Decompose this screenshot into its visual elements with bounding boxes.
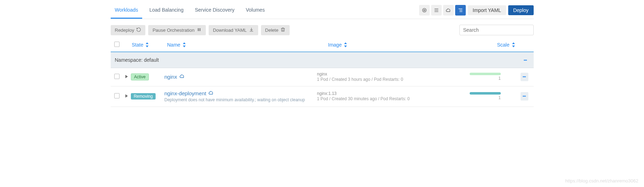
sort-icon	[512, 42, 515, 47]
svg-point-1	[424, 10, 425, 11]
image-meta: 1 Pod / Created 30 minutes ago / Pod Res…	[317, 96, 470, 101]
table-row: Active nginx nginx 1 Pod / Created 3 hou…	[111, 68, 534, 86]
tab-service-discovery[interactable]: Service Discovery	[191, 4, 239, 19]
undo-icon	[136, 27, 141, 33]
status-badge: Removing	[131, 93, 156, 99]
namespace-group-row: Namespace: default	[111, 52, 534, 68]
redeploy-icon[interactable]	[208, 90, 214, 97]
tab-volumes[interactable]: Volumes	[242, 4, 269, 19]
svg-marker-13	[183, 46, 186, 47]
redeploy-button[interactable]: Redeploy	[111, 25, 146, 35]
row-menu-button[interactable]	[521, 92, 528, 101]
scale-count: 1	[498, 95, 501, 100]
group-menu-button[interactable]	[522, 56, 529, 64]
row-menu-button[interactable]	[521, 73, 528, 81]
view-grid-icon[interactable]	[419, 5, 430, 16]
svg-marker-12	[183, 42, 186, 44]
svg-marker-14	[344, 42, 347, 44]
svg-marker-15	[344, 46, 347, 47]
download-label: Download YAML	[213, 28, 247, 33]
import-yaml-button[interactable]: Import YAML	[468, 5, 506, 15]
header-state[interactable]: State	[132, 42, 149, 48]
redeploy-label: Redeploy	[115, 28, 134, 33]
header-scale[interactable]: Scale	[497, 42, 515, 48]
table-header: State Name Image Scale	[111, 39, 534, 52]
svg-marker-19	[126, 94, 128, 97]
pause-orchestration-button[interactable]: Pause Orchestration	[148, 25, 206, 35]
svg-rect-9	[199, 28, 200, 31]
svg-marker-16	[512, 42, 515, 44]
row-checkbox[interactable]	[114, 93, 120, 98]
view-cloud-icon[interactable]	[443, 5, 454, 16]
namespace-label: Namespace: default	[115, 57, 159, 63]
select-all-checkbox[interactable]	[114, 42, 120, 47]
image-name: nginx	[317, 72, 470, 77]
deploy-button[interactable]: Deploy	[508, 5, 534, 15]
workload-name-link[interactable]: nginx-deployment	[164, 90, 214, 97]
image-name: nginx:1.13	[317, 91, 470, 96]
delete-label: Delete	[265, 28, 279, 33]
table-row: Removing nginx-deployment Deployment doe…	[111, 86, 534, 107]
svg-marker-17	[512, 46, 515, 47]
trash-icon	[280, 27, 285, 33]
image-meta: 1 Pod / Created 3 hours ago / Pod Restar…	[317, 77, 470, 82]
svg-marker-18	[126, 75, 128, 78]
sort-icon	[145, 42, 149, 47]
download-yaml-button[interactable]: Download YAML	[209, 25, 258, 35]
svg-point-0	[422, 8, 426, 12]
expand-icon[interactable]	[124, 94, 129, 98]
download-icon	[249, 27, 254, 33]
header-name[interactable]: Name	[167, 42, 186, 48]
main-tabs: Workloads Load Balancing Service Discove…	[111, 4, 269, 19]
sort-icon	[182, 42, 186, 47]
view-list-icon[interactable]	[431, 5, 442, 16]
redeploy-icon[interactable]	[179, 73, 185, 80]
scale-bar	[470, 73, 501, 75]
view-mode-group	[419, 5, 466, 16]
view-group-icon[interactable]	[455, 5, 466, 16]
scale-count: 1	[498, 76, 501, 81]
search-input[interactable]	[459, 25, 534, 35]
delete-button[interactable]: Delete	[261, 25, 290, 35]
svg-marker-11	[146, 46, 149, 47]
scale-bar	[470, 92, 501, 95]
pause-icon	[197, 27, 202, 33]
header-image[interactable]: Image	[328, 42, 348, 48]
svg-marker-10	[146, 42, 149, 44]
sort-icon	[344, 42, 347, 47]
tab-workloads[interactable]: Workloads	[111, 4, 143, 19]
workload-name-link[interactable]: nginx	[164, 73, 185, 80]
tab-load-balancing[interactable]: Load Balancing	[145, 4, 188, 19]
pause-label: Pause Orchestration	[152, 28, 195, 33]
expand-icon[interactable]	[124, 74, 129, 79]
workload-substatus: Deployment does not have minimum availab…	[164, 97, 317, 102]
status-badge: Active	[131, 73, 149, 80]
row-checkbox[interactable]	[114, 74, 120, 79]
svg-rect-8	[198, 28, 198, 31]
